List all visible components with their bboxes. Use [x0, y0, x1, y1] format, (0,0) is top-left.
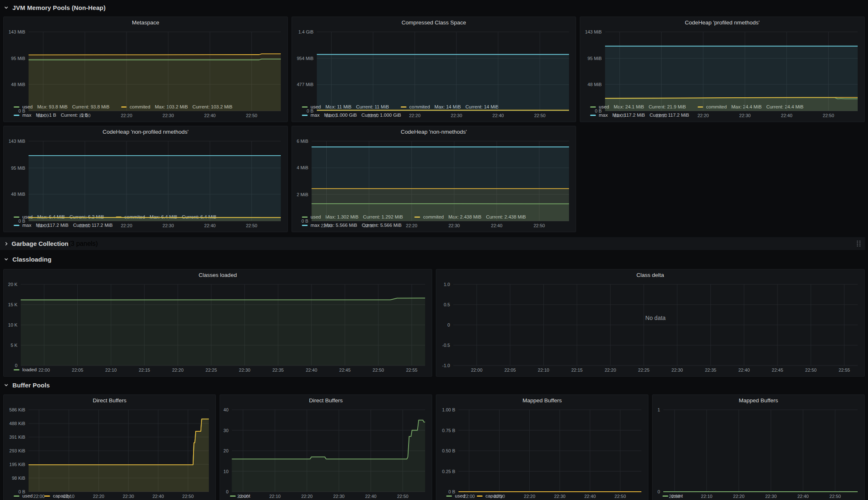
- row-header-classloading[interactable]: Classloading: [3, 253, 52, 265]
- svg-text:22:50: 22:50: [615, 494, 626, 499]
- svg-text:22:00: 22:00: [669, 494, 680, 499]
- svg-text:0 B: 0 B: [448, 489, 455, 494]
- svg-text:488 KiB: 488 KiB: [10, 421, 26, 426]
- chart-area[interactable]: 586 KiB488 KiB391 KiB293 KiB195 KiB98 Ki…: [4, 406, 215, 492]
- svg-text:22:30: 22:30: [672, 368, 683, 373]
- svg-text:22:00: 22:00: [33, 494, 45, 499]
- panel-direct-buffers-count: Direct Buffers 40302010022:0022:1022:202…: [220, 394, 432, 500]
- svg-text:22:00: 22:00: [38, 113, 49, 118]
- svg-text:22:20: 22:20: [698, 113, 709, 118]
- svg-text:22:30: 22:30: [163, 223, 174, 228]
- svg-text:391 KiB: 391 KiB: [10, 435, 26, 440]
- svg-text:22:40: 22:40: [797, 494, 809, 499]
- svg-text:22:50: 22:50: [373, 368, 384, 373]
- panel-title[interactable]: Direct Buffers: [220, 395, 432, 406]
- svg-text:22:20: 22:20: [409, 113, 421, 118]
- panel-count: (3 panels): [69, 240, 98, 248]
- panel-mapped-buffers-bytes: Mapped Buffers 1.00 B0.75 B0.50 B0.25 B0…: [436, 394, 648, 500]
- panel-mapped-buffers-count: Mapped Buffers 1022:0022:1022:2022:3022:…: [652, 394, 865, 500]
- svg-text:0 B: 0 B: [595, 108, 602, 113]
- svg-text:22:20: 22:20: [172, 368, 184, 373]
- panel-title[interactable]: CodeHeap 'non-profiled nmethods': [4, 126, 287, 138]
- chart-area[interactable]: 20 K15 K10 K5 K022:0022:0522:1022:1522:2…: [4, 281, 432, 366]
- section-title: Classloading: [12, 256, 52, 263]
- svg-text:22:40: 22:40: [204, 113, 216, 118]
- svg-text:22:20: 22:20: [301, 494, 313, 499]
- svg-text:22:00: 22:00: [38, 368, 50, 373]
- chart-area[interactable]: 143 MiB95 MiB48 MiB0 B22:0022:1022:2022:…: [580, 29, 864, 103]
- panel-title[interactable]: CodeHeap 'non-nmethods': [292, 126, 576, 138]
- svg-text:5 K: 5 K: [11, 343, 18, 348]
- svg-text:22:40: 22:40: [781, 113, 793, 118]
- section-title: JVM Memory Pools (Non-Heap): [12, 4, 105, 11]
- svg-text:22:20: 22:20: [524, 494, 536, 499]
- svg-text:22:45: 22:45: [339, 368, 351, 373]
- svg-text:22:10: 22:10: [538, 368, 550, 373]
- svg-text:0: 0: [226, 489, 228, 494]
- svg-text:22:00: 22:00: [237, 494, 249, 499]
- chart-area[interactable]: 1022:0022:1022:2022:3022:4022:50: [653, 406, 864, 492]
- svg-text:22:10: 22:10: [494, 494, 505, 499]
- svg-text:22:10: 22:10: [363, 223, 375, 228]
- svg-text:20 K: 20 K: [8, 282, 18, 287]
- chevron-down-icon: [3, 5, 9, 10]
- svg-text:22:55: 22:55: [839, 368, 850, 373]
- chart-area[interactable]: 143 MiB95 MiB48 MiB0 B22:0022:1022:2022:…: [4, 29, 287, 103]
- svg-text:95 MiB: 95 MiB: [11, 166, 25, 171]
- svg-text:22:30: 22:30: [739, 113, 751, 118]
- chart-svg: 1.00.50-0.5-1.022:0022:0522:1022:1522:20…: [436, 281, 864, 374]
- panel-title[interactable]: Metaspace: [4, 17, 287, 29]
- svg-text:22:20: 22:20: [733, 494, 745, 499]
- svg-text:98 KiB: 98 KiB: [12, 476, 25, 481]
- svg-text:954 MiB: 954 MiB: [297, 56, 313, 61]
- svg-text:22:10: 22:10: [63, 494, 75, 499]
- chart-area[interactable]: 1.00.50-0.5-1.022:0022:0522:1022:1522:20…: [436, 281, 864, 374]
- svg-text:22:40: 22:40: [153, 494, 164, 499]
- panel-title[interactable]: CodeHeap 'profiled nmethods': [580, 17, 864, 29]
- svg-text:0.25 B: 0.25 B: [442, 469, 455, 474]
- svg-text:22:40: 22:40: [491, 223, 502, 228]
- chart-area[interactable]: 40302010022:0022:1022:2022:3022:4022:50: [220, 406, 432, 492]
- svg-text:22:10: 22:10: [656, 113, 667, 118]
- chart-area[interactable]: 143 MiB95 MiB48 MiB0 B22:0022:1022:2022:…: [4, 138, 287, 213]
- chart-svg: 40302010022:0022:1022:2022:3022:4022:50: [220, 406, 432, 500]
- section-title: Garbage Collection: [12, 240, 69, 247]
- panel-title[interactable]: Classes loaded: [4, 269, 432, 281]
- svg-text:22:10: 22:10: [105, 368, 117, 373]
- svg-text:22:40: 22:40: [204, 223, 216, 228]
- svg-text:22:50: 22:50: [533, 223, 545, 228]
- chart-svg: 586 KiB488 KiB391 KiB293 KiB195 KiB98 Ki…: [4, 406, 215, 500]
- svg-text:22:20: 22:20: [406, 223, 418, 228]
- chart-area[interactable]: 6 MiB4 MiB2 MiB0 B22:0022:1022:2022:3022…: [292, 138, 576, 213]
- panel-title[interactable]: Mapped Buffers: [653, 395, 864, 406]
- chart-area[interactable]: 1.4 GiB954 MiB477 MiB0 B22:0022:1022:202…: [292, 29, 576, 103]
- svg-text:22:30: 22:30: [333, 494, 345, 499]
- drag-handle-icon[interactable]: [856, 240, 861, 249]
- panel-title[interactable]: Mapped Buffers: [436, 395, 648, 406]
- row-header-jvm-memory-pools[interactable]: JVM Memory Pools (Non-Heap): [3, 2, 105, 13]
- panel-title[interactable]: Class delta: [436, 269, 864, 281]
- svg-text:0.50 B: 0.50 B: [442, 448, 455, 453]
- panel-classes-loaded: Classes loaded 20 K15 K10 K5 K022:0022:0…: [3, 269, 432, 377]
- svg-text:22:20: 22:20: [605, 368, 616, 373]
- svg-text:22:50: 22:50: [246, 223, 258, 228]
- panel-title[interactable]: Compressed Class Space: [292, 17, 576, 29]
- svg-text:10: 10: [223, 469, 228, 474]
- svg-text:22:55: 22:55: [406, 368, 418, 373]
- svg-text:22:00: 22:00: [464, 494, 475, 499]
- row-header-buffer-pools[interactable]: Buffer Pools: [3, 379, 50, 391]
- chart-area[interactable]: 1.00 B0.75 B0.50 B0.25 B0 B22:0022:1022:…: [436, 406, 648, 492]
- panel-codeheap-profiled-nmethods: CodeHeap 'profiled nmethods' 143 MiB95 M…: [580, 17, 865, 122]
- svg-text:22:40: 22:40: [306, 368, 317, 373]
- svg-text:1.0: 1.0: [444, 282, 450, 287]
- panel-codeheap-non-profiled-nmethods: CodeHeap 'non-profiled nmethods' 143 MiB…: [3, 126, 288, 232]
- panel-title[interactable]: Direct Buffers: [4, 395, 215, 406]
- svg-text:0: 0: [447, 322, 450, 327]
- svg-text:22:10: 22:10: [701, 494, 713, 499]
- chart-svg: 143 MiB95 MiB48 MiB0 B22:0022:1022:2022:…: [4, 29, 287, 119]
- section-title: Buffer Pools: [12, 382, 50, 389]
- svg-text:0 B: 0 B: [301, 219, 308, 224]
- panel-codeheap-non-nmethods: CodeHeap 'non-nmethods' 6 MiB4 MiB2 MiB0…: [292, 126, 576, 232]
- svg-text:0 B: 0 B: [19, 108, 26, 113]
- row-header-garbage-collection[interactable]: Garbage Collection (3 panels): [0, 237, 865, 250]
